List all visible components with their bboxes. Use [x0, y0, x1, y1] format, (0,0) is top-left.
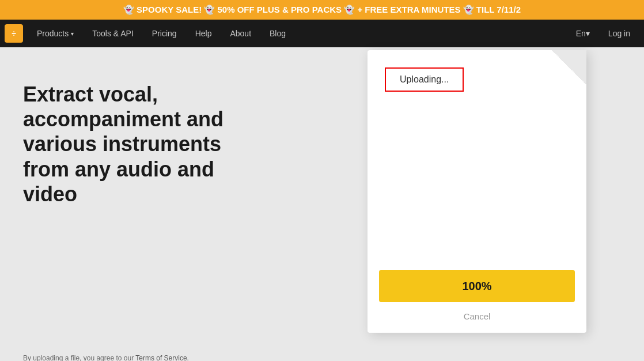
nav-item-help[interactable]: Help: [186, 20, 221, 47]
nav-item-products[interactable]: Products ▾: [28, 20, 83, 47]
nav-logo[interactable]: ÷: [5, 24, 23, 43]
upload-footer: By uploading a file, you agree to our Te…: [23, 354, 189, 361]
navbar: ÷ Products ▾ Tools & API Pricing Help Ab…: [0, 20, 644, 47]
nav-items: Products ▾ Tools & API Pricing Help Abou…: [28, 20, 569, 47]
hero-headline: Extract vocal, accompaniment and various…: [23, 82, 253, 206]
nav-item-blog[interactable]: Blog: [260, 20, 295, 47]
nav-item-about[interactable]: About: [221, 20, 260, 47]
nav-item-tools[interactable]: Tools & API: [83, 20, 143, 47]
cancel-button[interactable]: Cancel: [464, 311, 491, 321]
hero-section: Extract vocal, accompaniment and various…: [0, 47, 276, 361]
upload-card: Uploading... 100% Cancel: [368, 50, 586, 333]
progress-bar: 100%: [379, 270, 575, 302]
nav-item-pricing[interactable]: Pricing: [143, 20, 186, 47]
language-selector[interactable]: En ▾: [569, 20, 597, 47]
main-content: Extract vocal, accompaniment and various…: [0, 47, 644, 361]
footer-prefix: By uploading a file, you agree to our: [23, 354, 135, 361]
uploading-label: Uploading...: [400, 74, 449, 84]
lang-chevron-icon: ▾: [586, 29, 590, 38]
footer-suffix: .: [187, 354, 189, 361]
chevron-down-icon: ▾: [71, 31, 74, 37]
progress-percent: 100%: [462, 280, 491, 293]
uploading-status-box: Uploading...: [385, 67, 464, 92]
banner-text: 👻 SPOOKY SALE! 👻 50% OFF PLUS & PRO PACK…: [123, 5, 521, 14]
login-button[interactable]: Log in: [599, 20, 639, 47]
nav-right: En ▾ Log in: [569, 20, 639, 47]
promo-banner: 👻 SPOOKY SALE! 👻 50% OFF PLUS & PRO PACK…: [0, 0, 644, 20]
terms-of-service-link[interactable]: Terms of Service: [135, 354, 187, 361]
